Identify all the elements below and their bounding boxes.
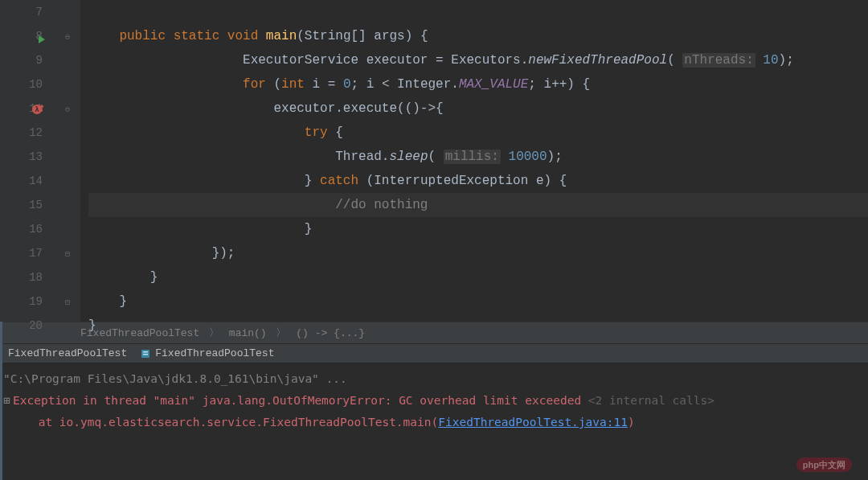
svg-rect-4 (143, 354, 148, 355)
code-line[interactable]: }); (88, 241, 868, 265)
source-link[interactable]: FixedThreadPoolTest.java:11 (438, 416, 628, 429)
breadcrumb-item[interactable]: () -> {...} (296, 327, 365, 339)
console-text: "C:\Program Files\Java\jdk1.8.0_161\bin\… (3, 372, 347, 385)
keyword: catch (320, 174, 358, 188)
code-text: } (119, 294, 127, 309)
svg-text:λ: λ (35, 106, 39, 114)
application-icon (140, 348, 151, 359)
line-number[interactable]: 20 (0, 314, 60, 338)
code-text: } (150, 270, 158, 285)
console-line[interactable]: ⊞Exception in thread "main" java.lang.Ou… (3, 390, 865, 412)
console-output[interactable]: "C:\Program Files\Java\jdk1.8.0_161\bin\… (0, 363, 868, 438)
code-line[interactable]: public static void main(String[] args) { (88, 24, 868, 48)
line-number[interactable]: 18 (0, 265, 60, 289)
keyword: public (119, 29, 166, 43)
keyword: void (227, 29, 258, 43)
tab-label: FixedThreadPoolTest (8, 347, 127, 359)
keyword: int (281, 77, 305, 92)
code-text: ( (428, 150, 436, 164)
code-line[interactable]: try { (88, 121, 868, 145)
code-text: (InterruptedException e) { (358, 174, 567, 188)
code-text: ; i < Integer. (350, 77, 458, 92)
code-text: { (328, 125, 343, 140)
watermark: php中文网 (796, 458, 852, 472)
line-number[interactable]: 13 (0, 145, 60, 169)
fold-gutter[interactable]: ⊖ ⊖ ⊟ ⊟ (60, 0, 80, 322)
line-number-gutter[interactable]: 7 8 9 10 11 λ 12 13 14 15 16 17 18 19 (0, 0, 60, 322)
line-number[interactable]: 19 (0, 289, 60, 314)
code-text: } (305, 174, 320, 188)
fold-marker-icon[interactable]: ⊖ (65, 105, 73, 113)
code-line[interactable]: } (88, 289, 868, 314)
code-text: Thread. (335, 150, 389, 164)
line-number[interactable]: 7 (0, 0, 60, 24)
keyword: try (305, 125, 328, 140)
breadcrumb-item[interactable]: main() (229, 327, 267, 339)
breadcrumb-separator: 〉 (209, 327, 219, 339)
code-text: }); (212, 246, 235, 261)
line-number[interactable]: 14 (0, 169, 60, 193)
code-text: i = (305, 77, 343, 92)
line-number[interactable]: 9 (0, 48, 60, 72)
line-number[interactable]: 11 λ (0, 96, 60, 121)
code-text: ); (547, 150, 563, 164)
code-line[interactable]: for (int i = 0; i < Integer.MAX_VALUE; i… (88, 72, 868, 96)
code-line[interactable]: executor.execute(()->{ (88, 96, 868, 121)
number: 10 (763, 53, 778, 68)
code-text: ( (266, 77, 281, 92)
method-call: sleep (389, 150, 428, 164)
code-line[interactable]: } (88, 217, 868, 241)
line-number[interactable]: 16 (0, 217, 60, 241)
expand-icon[interactable]: ⊞ (3, 390, 13, 412)
comment: //do nothing (335, 198, 428, 212)
line-number[interactable]: 17 (0, 241, 60, 265)
fold-marker-icon[interactable]: ⊖ (65, 32, 73, 40)
console-line[interactable]: "C:\Program Files\Java\jdk1.8.0_161\bin\… (3, 368, 865, 390)
run-config-tab[interactable]: FixedThreadPoolTest (2, 344, 133, 363)
param-hint: nThreads: (682, 53, 755, 68)
line-number[interactable]: 8 (0, 24, 60, 48)
code-text: executor.execute(()->{ (273, 101, 443, 116)
fold-end-icon[interactable]: ⊟ (65, 249, 73, 257)
number: 10000 (509, 150, 547, 164)
keyword: static (174, 29, 220, 43)
breadcrumb-separator: 〉 (276, 327, 286, 339)
code-editor[interactable]: public static void main(String[] args) {… (80, 0, 868, 322)
hint-text: <2 internal calls> (581, 394, 714, 407)
code-text: (String[] args) { (297, 29, 428, 43)
lambda-gutter-icon[interactable]: λ (31, 101, 45, 116)
editor-area: 7 8 9 10 11 λ 12 13 14 15 16 17 18 19 (0, 0, 868, 322)
code-line[interactable]: } catch (InterruptedException e) { (88, 169, 868, 193)
code-line[interactable] (88, 0, 868, 24)
code-text: } (305, 222, 313, 236)
code-line[interactable]: Thread.sleep( millis: 10000); (88, 145, 868, 169)
run-config-tab[interactable]: FixedThreadPoolTest (133, 344, 280, 363)
code-text: ExecutorService executor = Executors. (243, 53, 528, 68)
line-number[interactable]: 10 (0, 72, 60, 96)
line-number[interactable]: 15 (0, 193, 60, 217)
fold-end-icon[interactable]: ⊟ (65, 297, 73, 306)
line-number[interactable]: 12 (0, 121, 60, 145)
run-config-tabs: FixedThreadPoolTest FixedThreadPoolTest (0, 343, 868, 363)
param-hint: millis: (444, 150, 501, 164)
error-text: ) (628, 416, 635, 429)
method-call: newFixedThreadPool (528, 53, 667, 68)
error-text: Exception in thread "main" java.lang.Out… (13, 394, 581, 407)
static-field: MAX_VALUE (459, 77, 528, 92)
code-line[interactable]: ExecutorService executor = Executors.new… (88, 48, 868, 72)
svg-rect-3 (143, 351, 148, 353)
code-text: ; i++) { (528, 77, 590, 92)
watermark-badge: php中文网 (796, 457, 852, 472)
keyword: for (243, 77, 266, 92)
error-text: at io.ymq.elasticsearch.service.FixedThr… (3, 416, 438, 429)
console-line[interactable]: at io.ymq.elasticsearch.service.FixedThr… (3, 412, 865, 433)
code-line[interactable]: } (88, 265, 868, 289)
tab-label: FixedThreadPoolTest (155, 347, 274, 359)
breadcrumb-item[interactable]: FixedThreadPoolTest (80, 327, 199, 339)
code-line[interactable]: //do nothing (88, 193, 868, 217)
code-text: ); (779, 53, 794, 68)
method-name: main (266, 29, 297, 43)
